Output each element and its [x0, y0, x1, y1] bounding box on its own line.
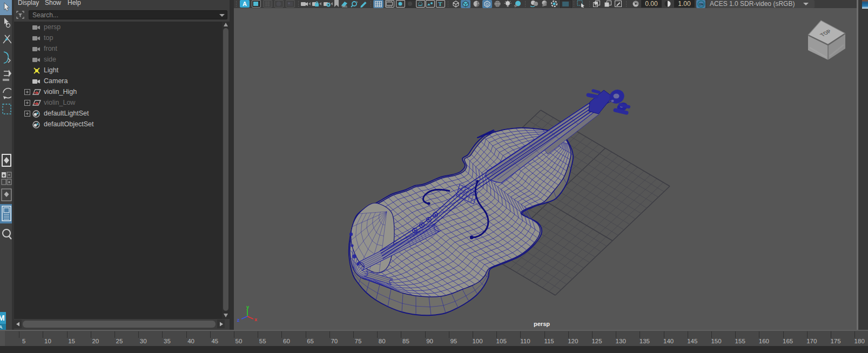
svg-text:persp: persp — [534, 321, 550, 327]
svg-text:x: x — [254, 317, 257, 322]
svg-text:y: y — [246, 304, 249, 310]
svg-text:z: z — [237, 317, 240, 323]
svg-text:ON: ON — [699, 3, 703, 6]
svg-text:T: T — [438, 1, 442, 7]
